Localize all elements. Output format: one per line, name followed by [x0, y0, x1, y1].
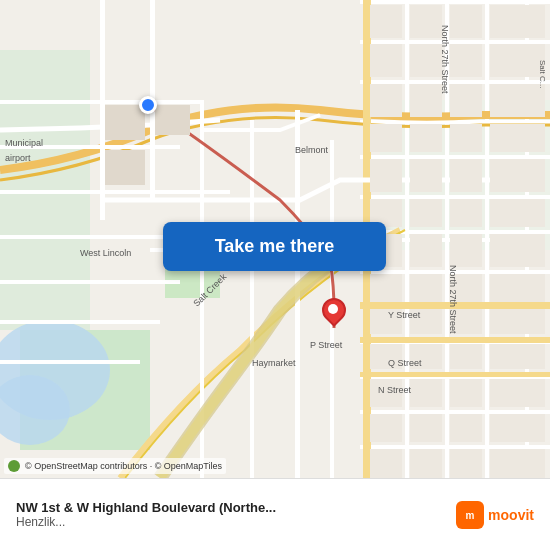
moovit-logo: m moovit — [456, 501, 534, 529]
svg-rect-10 — [360, 120, 550, 124]
svg-rect-48 — [450, 44, 482, 77]
svg-rect-58 — [370, 159, 402, 192]
svg-text:Salt C...: Salt C... — [538, 60, 547, 88]
svg-rect-76 — [450, 309, 482, 334]
svg-rect-70 — [370, 274, 402, 302]
svg-rect-92 — [450, 449, 482, 478]
svg-rect-54 — [370, 124, 402, 152]
destination-info: NW 1st & W Highland Boulevard (Northe...… — [16, 500, 448, 529]
svg-rect-32 — [250, 120, 254, 478]
svg-rect-71 — [410, 274, 442, 302]
svg-rect-42 — [370, 5, 402, 38]
svg-rect-69 — [490, 234, 545, 267]
svg-rect-60 — [450, 159, 482, 192]
svg-rect-65 — [490, 199, 545, 227]
destination-sub: Henzlik... — [16, 515, 448, 529]
map-attribution: © OpenStreetMap contributors · © OpenMap… — [4, 458, 226, 474]
svg-rect-61 — [490, 159, 545, 192]
destination-name: NW 1st & W Highland Boulevard (Northe... — [16, 500, 296, 515]
svg-rect-51 — [410, 84, 442, 117]
svg-rect-80 — [450, 344, 482, 369]
destination-marker — [322, 298, 346, 328]
svg-rect-37 — [0, 190, 230, 194]
app: Salt C... Belmont West Lincoln Haymarket… — [0, 0, 550, 550]
svg-rect-52 — [450, 84, 482, 117]
svg-rect-83 — [410, 379, 442, 407]
svg-rect-46 — [370, 44, 402, 77]
moovit-logo-icon: m — [456, 501, 484, 529]
svg-rect-72 — [450, 274, 482, 302]
svg-rect-95 — [155, 105, 190, 135]
svg-rect-73 — [490, 274, 545, 302]
svg-rect-89 — [490, 414, 545, 442]
svg-rect-64 — [450, 199, 482, 227]
svg-rect-68 — [450, 234, 482, 267]
svg-rect-12 — [360, 195, 550, 199]
svg-rect-35 — [0, 100, 200, 104]
svg-rect-47 — [410, 44, 442, 77]
svg-rect-86 — [370, 414, 402, 442]
svg-rect-8 — [360, 40, 550, 44]
take-me-there-button[interactable]: Take me there — [163, 222, 386, 271]
svg-rect-79 — [410, 344, 442, 369]
svg-rect-82 — [370, 379, 402, 407]
svg-rect-50 — [370, 84, 402, 117]
svg-rect-88 — [450, 414, 482, 442]
svg-rect-94 — [105, 105, 145, 140]
svg-rect-44 — [450, 5, 482, 38]
svg-rect-14 — [360, 270, 550, 274]
svg-rect-18 — [360, 410, 550, 414]
svg-rect-28 — [360, 372, 550, 377]
svg-rect-57 — [490, 124, 545, 152]
take-me-there-label: Take me there — [215, 236, 335, 257]
svg-rect-45 — [490, 5, 545, 38]
svg-rect-90 — [370, 449, 402, 478]
svg-rect-19 — [360, 445, 550, 449]
svg-rect-40 — [0, 320, 160, 324]
bottom-content: NW 1st & W Highland Boulevard (Northe...… — [10, 500, 540, 529]
current-location-marker — [139, 96, 157, 114]
svg-rect-43 — [410, 5, 442, 38]
svg-rect-56 — [450, 124, 482, 152]
svg-rect-81 — [490, 344, 545, 369]
svg-text:m: m — [466, 510, 475, 521]
svg-rect-53 — [490, 84, 545, 117]
svg-rect-91 — [410, 449, 442, 478]
map-container: Salt C... Belmont West Lincoln Haymarket… — [0, 0, 550, 478]
svg-rect-63 — [410, 199, 442, 227]
svg-rect-55 — [410, 124, 442, 152]
svg-rect-74 — [370, 309, 402, 334]
svg-rect-7 — [360, 0, 550, 4]
svg-rect-77 — [490, 309, 545, 334]
svg-rect-27 — [360, 337, 550, 343]
svg-rect-75 — [410, 309, 442, 334]
svg-rect-49 — [490, 44, 545, 77]
svg-rect-39 — [0, 280, 180, 284]
svg-rect-29 — [100, 0, 105, 220]
svg-rect-11 — [360, 155, 550, 159]
svg-rect-87 — [410, 414, 442, 442]
svg-rect-93 — [490, 449, 545, 478]
svg-rect-78 — [370, 344, 402, 369]
attribution-text: © OpenStreetMap contributors · © OpenMap… — [25, 461, 222, 471]
svg-rect-59 — [410, 159, 442, 192]
svg-rect-96 — [105, 150, 145, 185]
svg-rect-9 — [360, 80, 550, 84]
svg-rect-67 — [410, 234, 442, 267]
svg-rect-84 — [450, 379, 482, 407]
svg-rect-41 — [0, 360, 140, 364]
svg-rect-85 — [490, 379, 545, 407]
bottom-bar: NW 1st & W Highland Boulevard (Northe...… — [0, 478, 550, 550]
moovit-logo-text: moovit — [488, 507, 534, 523]
svg-rect-36 — [0, 145, 180, 149]
svg-rect-26 — [360, 302, 550, 309]
